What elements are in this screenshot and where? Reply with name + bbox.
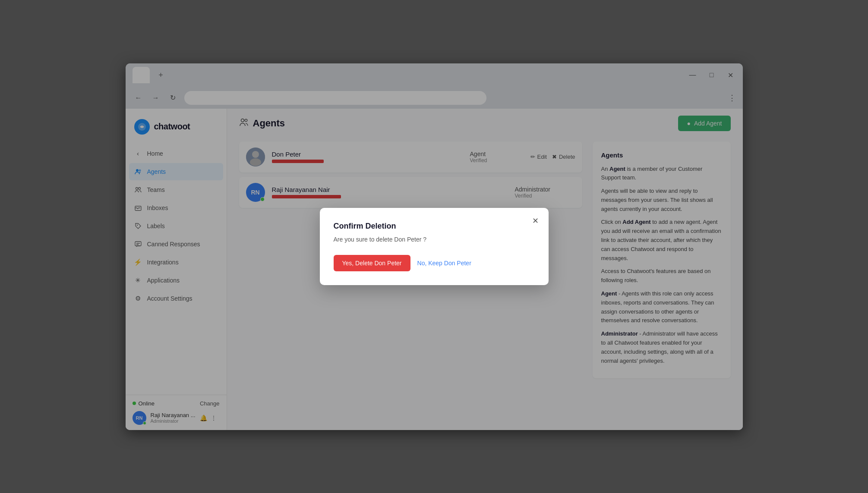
modal-message: Are you sure to delete Don Peter ? xyxy=(334,236,535,243)
modal-close-button[interactable]: ✕ xyxy=(530,215,542,227)
modal-title: Confirm Deletion xyxy=(334,222,535,231)
confirm-deletion-modal: ✕ Confirm Deletion Are you sure to delet… xyxy=(320,208,549,285)
modal-overlay: ✕ Confirm Deletion Are you sure to delet… xyxy=(0,0,868,493)
modal-actions: Yes, Delete Don Peter No, Keep Don Peter xyxy=(334,255,535,271)
confirm-delete-button[interactable]: Yes, Delete Don Peter xyxy=(334,255,410,271)
cancel-delete-button[interactable]: No, Keep Don Peter xyxy=(417,260,471,267)
